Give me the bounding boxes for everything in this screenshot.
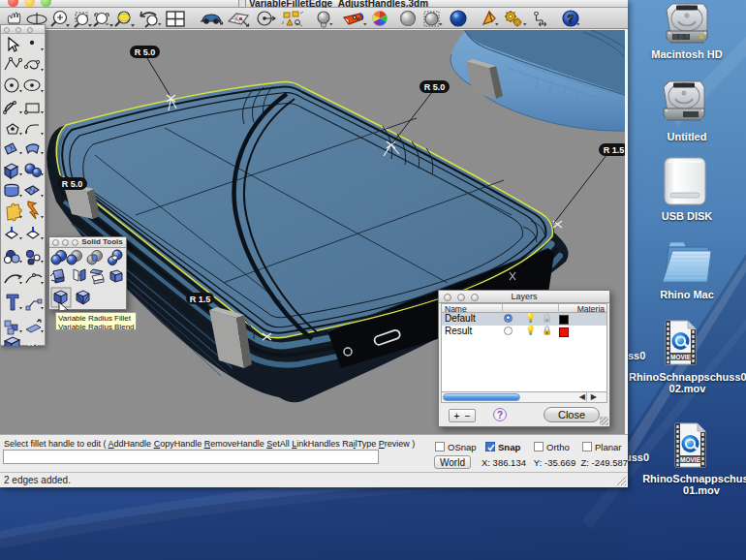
svg-text:MOVIE: MOVIE	[670, 354, 692, 360]
svg-text:R 1.5: R 1.5	[604, 145, 625, 155]
svg-text:R 5.0: R 5.0	[135, 47, 156, 57]
svg-text:?: ?	[567, 13, 574, 26]
svg-text:R 1.5: R 1.5	[190, 295, 211, 304]
svg-text:R 5.0: R 5.0	[424, 82, 446, 92]
svg-text:R 5.0: R 5.0	[62, 179, 83, 189]
svg-text:MOVIE: MOVIE	[680, 456, 701, 463]
